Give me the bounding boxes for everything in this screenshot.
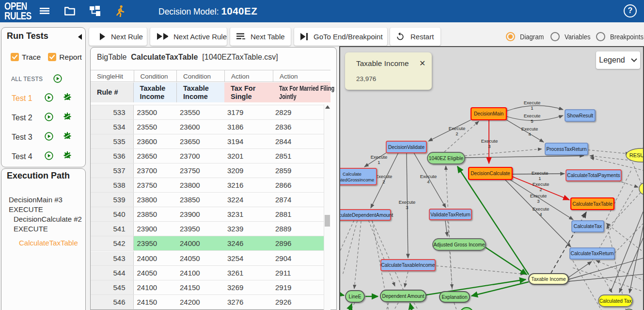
svg-text:Dependent Amount: Dependent Amount <box>382 294 424 299</box>
svg-text:Adjusted Gross Income: Adjusted Gross Income <box>434 242 485 247</box>
svg-text:1: 1 <box>531 105 533 111</box>
svg-text:CalculateTaxTable: CalculateTaxTable <box>572 201 613 207</box>
svg-text:Execute: Execute <box>481 138 498 144</box>
svg-text:Execute: Execute <box>530 193 547 198</box>
svg-text:4: 4 <box>539 212 542 217</box>
svg-text:CalculateTaxReturn: CalculateTaxReturn <box>571 251 614 256</box>
svg-text:3: 3 <box>537 198 539 204</box>
svg-text:4: 4 <box>427 179 430 184</box>
svg-text:Calculate: Calculate <box>343 172 361 177</box>
svg-text:2: 2 <box>539 187 542 192</box>
svg-text:ShowResult: ShowResult <box>567 113 594 118</box>
svg-text:DecisionMain: DecisionMain <box>474 111 503 116</box>
svg-text:CalculateTaxableIncome: CalculateTaxableIncome <box>381 262 435 268</box>
svg-text:Calculated Tax: Calculated Tax <box>599 298 632 304</box>
svg-text:ProcessTaxReturn: ProcessTaxReturn <box>546 147 586 152</box>
svg-text:Explanation: Explanation <box>441 294 467 300</box>
svg-text:ValidateTaxReturn: ValidateTaxReturn <box>430 212 471 217</box>
svg-text:Execute: Execute <box>371 154 388 160</box>
svg-text:2: 2 <box>382 179 385 184</box>
svg-text:DecisionValidate: DecisionValidate <box>388 145 424 150</box>
svg-text:Execute: Execute <box>399 199 416 205</box>
svg-text:Execute: Execute <box>420 174 437 179</box>
svg-text:Execute: Execute <box>524 113 541 118</box>
svg-text:1: 1 <box>538 176 541 181</box>
svg-text:RESULT: RESULT <box>629 152 644 158</box>
svg-text:2: 2 <box>456 131 458 136</box>
svg-text:Taxable Income: Taxable Income <box>531 277 566 282</box>
svg-text:Execute: Execute <box>524 100 541 105</box>
svg-text:AdjustedGrossIncome: AdjustedGrossIncome <box>340 178 374 182</box>
svg-text:LineE: LineE <box>348 294 361 299</box>
svg-text:3: 3 <box>406 205 408 210</box>
svg-text:CalculateDependentAmount: CalculateDependentAmount <box>340 212 393 218</box>
svg-text:4: 4 <box>528 131 531 137</box>
svg-text:Execute: Execute <box>533 206 550 212</box>
svg-text:Execute: Execute <box>532 170 549 176</box>
svg-text:1: 1 <box>377 160 380 165</box>
svg-text:Execute: Execute <box>533 181 550 187</box>
svg-text:DecisionCalculate: DecisionCalculate <box>471 171 510 176</box>
svg-text:1040EZ Eligible: 1040EZ Eligible <box>429 156 464 161</box>
svg-text:Execute: Execute <box>449 126 466 131</box>
svg-text:5: 5 <box>531 118 533 124</box>
svg-text:CalculateTax: CalculateTax <box>574 224 602 229</box>
svg-text:CalculateTotalPayments: CalculateTotalPayments <box>567 173 620 178</box>
svg-text:Execute: Execute <box>521 126 538 131</box>
svg-text:3: 3 <box>488 144 490 149</box>
svg-text:Execute: Execute <box>376 174 393 179</box>
